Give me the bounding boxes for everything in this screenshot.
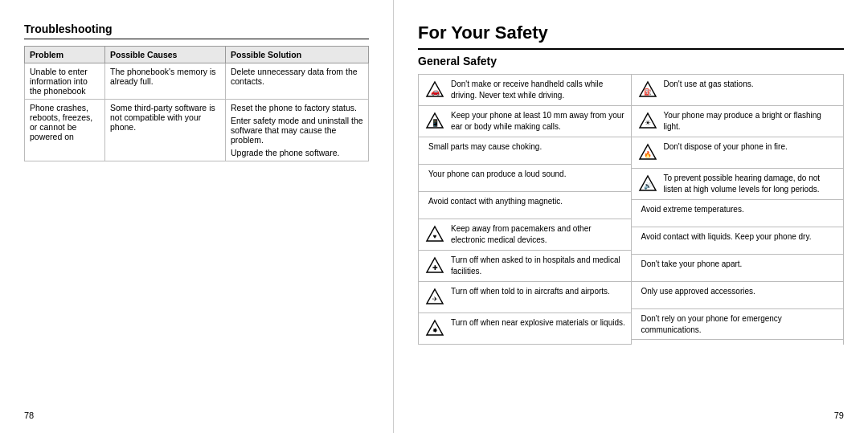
- safety-item: Don't take your phone apart.: [632, 255, 844, 282]
- safety-grid: 🚗 Don't make or receive handheld calls w…: [418, 74, 844, 345]
- safety-item-text: Only use approved accessories.: [641, 286, 839, 297]
- page-title: For Your Safety: [418, 22, 844, 50]
- page-left: Troubleshooting Problem Possible Causes …: [0, 0, 394, 433]
- body-icon: 📱: [424, 110, 446, 133]
- svg-text:🔥: 🔥: [644, 150, 652, 158]
- explosion-icon: ✸: [424, 317, 446, 340]
- heart-icon: ♥: [424, 223, 446, 246]
- page-right: For Your Safety General Safety 🚗 Don't m…: [394, 0, 868, 433]
- safety-item: 📱 Keep your phone at least 10 mm away fr…: [419, 106, 631, 137]
- safety-item: Your phone can produce a loud sound.: [419, 165, 631, 192]
- table-row: Unable to enter information into the pho…: [25, 63, 369, 100]
- gas-icon: ⛽: [637, 79, 659, 101]
- plane-icon: ✈: [424, 286, 446, 308]
- svg-text:♥: ♥: [433, 233, 437, 240]
- svg-text:✈: ✈: [432, 296, 438, 303]
- page-number-left: 78: [24, 411, 34, 420]
- safety-item-text: Keep your phone at least 10 mm away from…: [451, 110, 626, 132]
- safety-item-text: Turn off when asked to in hospitals and …: [451, 255, 626, 276]
- causes-cell: Some third-party software is not compati…: [105, 100, 226, 161]
- svg-text:⛽: ⛽: [644, 88, 652, 96]
- safety-item: ♥ Keep away from pacemakers and other el…: [419, 219, 631, 251]
- safety-item-text: Don't rely on your phone for emergency c…: [641, 313, 839, 335]
- page-number-right: 79: [834, 411, 844, 420]
- safety-item-text: Your phone can produce a loud sound.: [428, 169, 626, 180]
- safety-col-right: ⛽ Don't use at gas stations. ☀ Your phon…: [632, 75, 845, 345]
- safety-item-text: Turn off when told to in aircrafts and a…: [451, 286, 626, 297]
- col-causes: Possible Causes: [105, 47, 226, 63]
- svg-text:✸: ✸: [432, 327, 438, 334]
- svg-text:☀: ☀: [645, 119, 651, 127]
- safety-item: Small parts may cause choking.: [419, 137, 631, 165]
- troubleshooting-title: Troubleshooting: [24, 22, 369, 39]
- safety-col-left: 🚗 Don't make or receive handheld calls w…: [419, 75, 632, 345]
- safety-item: ☀ Your phone may produce a bright or fla…: [632, 106, 844, 137]
- safety-item-text: Don't make or receive handheld calls whi…: [451, 79, 626, 100]
- svg-text:🚗: 🚗: [431, 87, 440, 96]
- fire-icon: 🔥: [637, 141, 659, 164]
- flash-icon: ☀: [637, 110, 659, 133]
- safety-item: ✚ Turn off when asked to in hospitals an…: [419, 251, 631, 282]
- causes-cell: The phonebook's memory is already full.: [105, 63, 226, 100]
- general-safety-title: General Safety: [418, 55, 844, 67]
- safety-item-text: Keep away from pacemakers and other elec…: [451, 223, 626, 245]
- safety-item-text: Don't use at gas stations.: [664, 79, 839, 90]
- ear-icon: 🔊: [637, 173, 659, 195]
- safety-item: 🚗 Don't make or receive handheld calls w…: [419, 75, 631, 106]
- svg-text:📱: 📱: [431, 118, 440, 128]
- safety-item: Only use approved accessories.: [632, 282, 844, 309]
- troubleshooting-table: Problem Possible Causes Possible Solutio…: [24, 46, 369, 161]
- safety-item: ⛽ Don't use at gas stations.: [632, 75, 844, 106]
- safety-item-text: Don't take your phone apart.: [641, 259, 839, 270]
- safety-item: Avoid extreme temperatures.: [632, 200, 844, 227]
- safety-item-text: Avoid contact with anything magnetic.: [428, 196, 626, 207]
- safety-item: 🔊 To prevent possible hearing damage, do…: [632, 169, 844, 200]
- safety-item: Avoid contact with anything magnetic.: [419, 192, 631, 219]
- safety-item-text: To prevent possible hearing damage, do n…: [664, 173, 839, 194]
- safety-item-text: Don't dispose of your phone in fire.: [664, 141, 839, 153]
- col-solution: Possible Solution: [226, 47, 369, 63]
- safety-item-text: Your phone may produce a bright or flash…: [664, 110, 839, 132]
- safety-item: 🔥 Don't dispose of your phone in fire.: [632, 137, 844, 169]
- cross-icon: ✚: [424, 255, 446, 277]
- table-row: Phone crashes, reboots, freezes, or cann…: [25, 100, 369, 161]
- safety-item: ✈ Turn off when told to in aircrafts and…: [419, 282, 631, 313]
- safety-item: ✸ Turn off when near explosive materials…: [419, 313, 631, 345]
- solutions-cell: Delete unnecessary data from the contact…: [226, 63, 369, 100]
- safety-item-text: Turn off when near explosive materials o…: [451, 317, 626, 329]
- svg-text:🔊: 🔊: [644, 182, 652, 190]
- car-icon: 🚗: [424, 79, 446, 101]
- safety-item: Avoid contact with liquids. Keep your ph…: [632, 227, 844, 255]
- col-problem: Problem: [25, 47, 105, 63]
- safety-item-text: Avoid contact with liquids. Keep your ph…: [641, 231, 839, 243]
- svg-text:✚: ✚: [432, 264, 438, 272]
- problem-cell: Phone crashes, reboots, freezes, or cann…: [25, 100, 105, 161]
- safety-item-text: Avoid extreme temperatures.: [641, 204, 839, 215]
- safety-item: Don't rely on your phone for emergency c…: [632, 309, 844, 340]
- safety-item-text: Small parts may cause choking.: [428, 141, 626, 153]
- solutions-cell: Reset the phone to factory status.Enter …: [226, 100, 369, 161]
- problem-cell: Unable to enter information into the pho…: [25, 63, 105, 100]
